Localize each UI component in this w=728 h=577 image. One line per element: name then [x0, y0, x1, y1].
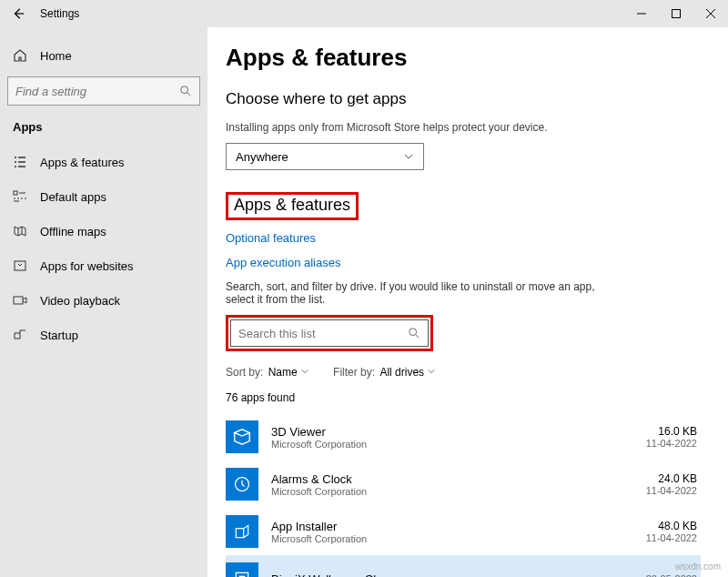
minimize-button[interactable]	[624, 0, 659, 27]
sidebar-item-label: Apps for websites	[40, 259, 134, 273]
app-row[interactable]: 3D Viewer Microsoft Corporation 16.0 KB …	[226, 413, 701, 461]
list-icon	[13, 155, 27, 169]
window-title: Settings	[40, 7, 79, 20]
watermark: wsxdn.com	[675, 562, 721, 572]
sort-by[interactable]: Sort by: Name	[226, 366, 309, 379]
sidebar-search-input[interactable]	[15, 85, 179, 98]
svg-point-1	[181, 86, 188, 94]
sidebar-item-video-playback[interactable]: Video playback	[0, 283, 207, 318]
maximize-icon	[672, 9, 681, 18]
choose-heading: Choose where to get apps	[226, 90, 701, 108]
sidebar-search[interactable]	[7, 76, 200, 106]
sidebar-item-apps-websites[interactable]: Apps for websites	[0, 248, 207, 283]
choose-desc: Installing apps only from Microsoft Stor…	[226, 121, 701, 134]
svg-rect-0	[672, 10, 681, 18]
chevron-down-icon	[300, 367, 309, 376]
titlebar: Settings	[0, 0, 728, 27]
close-button[interactable]	[693, 0, 728, 27]
app-icon	[226, 468, 258, 501]
sidebar-item-default-apps[interactable]: Default apps	[0, 179, 207, 214]
list-search-highlight	[226, 315, 433, 351]
chevron-down-icon	[427, 367, 436, 376]
app-publisher: Microsoft Corporation	[271, 486, 367, 497]
home-label: Home	[40, 49, 72, 63]
app-row[interactable]: Alarms & Clock Microsoft Corporation 24.…	[226, 461, 701, 508]
section-heading-highlight: Apps & features	[226, 192, 359, 220]
app-date: 11-04-2022	[646, 438, 697, 449]
startup-icon	[13, 328, 27, 342]
link-app-execution-aliases[interactable]: App execution aliases	[226, 256, 701, 269]
video-icon	[13, 293, 27, 308]
app-date: 11-04-2022	[646, 532, 697, 543]
sidebar-item-offline-maps[interactable]: Offline maps	[0, 214, 207, 248]
app-row[interactable]: BioniX Wallpaper Changer 20-05-2022	[226, 555, 701, 577]
chevron-down-icon	[403, 151, 414, 162]
app-icon	[226, 420, 258, 453]
sidebar-item-label: Offline maps	[40, 225, 106, 238]
svg-rect-2	[14, 191, 17, 195]
app-date: 11-04-2022	[646, 485, 697, 496]
search-icon	[408, 327, 420, 339]
sidebar-item-label: Apps & features	[40, 156, 125, 169]
filter-by[interactable]: Filter by: All drives	[333, 366, 436, 379]
dropdown-value: Anywhere	[236, 150, 288, 164]
app-name: 3D Viewer	[271, 425, 367, 439]
section-heading: Apps & features	[234, 196, 350, 215]
app-icon	[226, 562, 258, 577]
websites-icon	[13, 258, 27, 273]
link-optional-features[interactable]: Optional features	[226, 231, 701, 245]
back-button[interactable]	[11, 6, 25, 21]
app-size: 16.0 KB	[646, 425, 697, 438]
svg-point-5	[410, 329, 417, 336]
close-icon	[706, 9, 715, 18]
app-source-dropdown[interactable]: Anywhere	[226, 143, 424, 170]
app-name: App Installer	[271, 520, 367, 533]
map-icon	[13, 224, 27, 238]
main-content: Apps & features Choose where to get apps…	[207, 27, 728, 577]
sidebar-item-label: Video playback	[40, 294, 120, 308]
arrow-left-icon	[12, 7, 25, 20]
home-icon	[13, 48, 27, 63]
help-text: Search, sort, and filter by drive. If yo…	[226, 280, 626, 306]
app-row[interactable]: App Installer Microsoft Corporation 48.0…	[226, 508, 701, 555]
sidebar-item-label: Startup	[40, 329, 78, 342]
defaults-icon	[13, 189, 27, 204]
search-icon	[179, 85, 192, 97]
sidebar-item-label: Default apps	[40, 190, 106, 204]
app-icon	[226, 515, 258, 548]
apps-count: 76 apps found	[226, 391, 701, 404]
app-name: BioniX Wallpaper Changer	[271, 572, 410, 578]
sidebar-item-apps-features[interactable]: Apps & features	[0, 145, 207, 179]
sidebar-item-startup[interactable]: Startup	[0, 318, 207, 352]
list-search[interactable]	[230, 319, 429, 347]
page-title: Apps & features	[226, 44, 701, 72]
home-button[interactable]: Home	[0, 38, 207, 73]
category-title: Apps	[0, 115, 207, 145]
maximize-button[interactable]	[659, 0, 693, 27]
app-size: 48.0 KB	[646, 520, 697, 532]
app-name: Alarms & Clock	[271, 472, 367, 486]
app-date: 20-05-2022	[646, 573, 697, 577]
minimize-icon	[637, 9, 646, 18]
app-publisher: Microsoft Corporation	[271, 439, 367, 450]
svg-rect-4	[14, 297, 23, 304]
sidebar: Home Apps Apps & features Default apps O…	[0, 27, 207, 577]
window-controls	[624, 0, 728, 27]
sort-filter-row: Sort by: Name Filter by: All drives	[226, 366, 701, 379]
app-size: 24.0 KB	[646, 472, 697, 485]
list-search-input[interactable]	[238, 327, 408, 340]
app-publisher: Microsoft Corporation	[271, 533, 367, 544]
